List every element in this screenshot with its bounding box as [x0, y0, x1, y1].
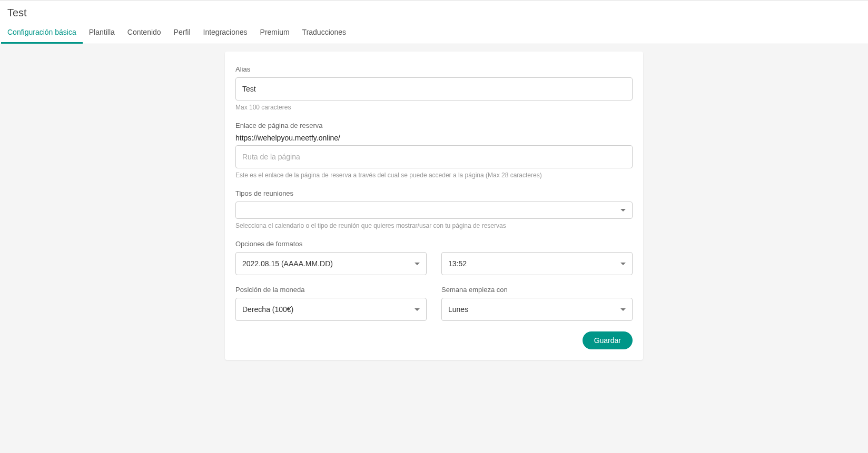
booking-link-group: Enlace de página de reserva https://wehe… — [235, 122, 633, 179]
header: Test Configuración básica Plantilla Cont… — [0, 0, 868, 44]
bottom-row-group: Posición de la moneda Derecha (100€) Sem… — [235, 286, 633, 321]
tab-premium[interactable]: Premium — [254, 22, 296, 44]
booking-link-helper: Este es el enlace de la página de reserv… — [235, 172, 633, 179]
format-options-group: Opciones de formatos 2022.08.15 (AAAA.MM… — [235, 240, 633, 275]
alias-label: Alias — [235, 65, 633, 73]
chevron-down-icon — [415, 263, 420, 265]
tab-integraciones[interactable]: Integraciones — [197, 22, 254, 44]
time-format-select[interactable]: 13:52 — [441, 252, 633, 275]
chevron-down-icon — [415, 308, 420, 311]
alias-group: Alias Max 100 caracteres — [235, 65, 633, 111]
chevron-down-icon — [620, 263, 626, 265]
tab-traducciones[interactable]: Traducciones — [296, 22, 353, 44]
week-start-label: Semana empieza con — [441, 286, 633, 294]
currency-position-select[interactable]: Derecha (100€) — [235, 298, 427, 321]
save-button[interactable]: Guardar — [583, 331, 633, 349]
week-start-select[interactable]: Lunes — [441, 298, 633, 321]
meeting-types-select[interactable] — [235, 202, 633, 219]
tab-plantilla[interactable]: Plantilla — [83, 22, 121, 44]
meeting-types-group: Tipos de reuniones Selecciona el calenda… — [235, 189, 633, 229]
currency-position-label: Posición de la moneda — [235, 286, 427, 294]
chevron-down-icon — [620, 308, 626, 311]
meeting-types-label: Tipos de reuniones — [235, 189, 633, 197]
form-card: Alias Max 100 caracteres Enlace de págin… — [225, 52, 643, 360]
week-start-value: Lunes — [448, 305, 468, 314]
booking-link-label: Enlace de página de reserva — [235, 122, 633, 129]
actions: Guardar — [235, 331, 633, 349]
alias-helper: Max 100 caracteres — [235, 104, 633, 111]
content: Alias Max 100 caracteres Enlace de págin… — [0, 44, 868, 381]
page-title: Test — [0, 1, 868, 22]
date-format-value: 2022.08.15 (AAAA.MM.DD) — [242, 259, 333, 268]
alias-input[interactable] — [235, 77, 633, 100]
format-options-label: Opciones de formatos — [235, 240, 633, 248]
meeting-types-helper: Selecciona el calendario o el tipo de re… — [235, 222, 633, 229]
date-format-select[interactable]: 2022.08.15 (AAAA.MM.DD) — [235, 252, 427, 275]
booking-link-input[interactable] — [235, 145, 633, 168]
tab-perfil[interactable]: Perfil — [167, 22, 197, 44]
chevron-down-icon — [620, 209, 626, 212]
time-format-value: 13:52 — [448, 259, 467, 268]
tab-configuracion-basica[interactable]: Configuración básica — [1, 22, 83, 44]
tabs: Configuración básica Plantilla Contenido… — [0, 22, 868, 44]
tab-contenido[interactable]: Contenido — [121, 22, 167, 44]
currency-position-value: Derecha (100€) — [242, 305, 293, 314]
booking-link-prefix: https://wehelpyou.meetfy.online/ — [235, 134, 633, 142]
